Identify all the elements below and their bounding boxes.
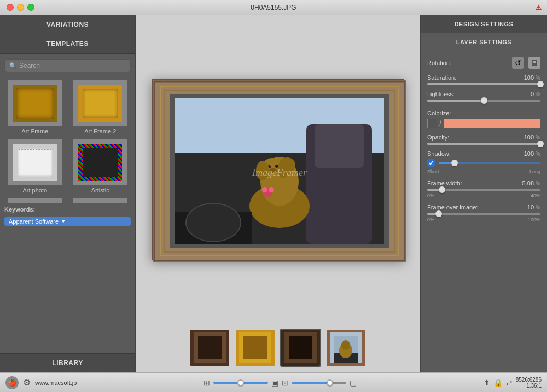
template-art-frame[interactable]: Art Frame xyxy=(4,80,66,134)
main-frame-preview: ImageFramer xyxy=(152,79,404,260)
colorize-controls: / xyxy=(427,119,540,128)
template-classic-art[interactable]: Classic Art xyxy=(70,198,131,203)
transform-icon[interactable]: ⇄ xyxy=(506,378,513,387)
keywords-label: Keywords: xyxy=(0,203,135,215)
frame-over-image-slider-track xyxy=(427,213,540,215)
lock-icon[interactable]: 🔒 xyxy=(493,378,503,387)
template-grid: Art Frame Art Frame 2 Art photo xyxy=(0,78,135,203)
settings-content: Rotation: ↺ Saturation: 100 % xyxy=(421,51,547,372)
shadow-value-display: 100 % xyxy=(524,150,540,157)
rotation-label: Rotation: xyxy=(427,60,508,66)
opacity-label-row: Opacity: 100 % xyxy=(427,134,540,141)
frame-over-image-slider-thumb[interactable] xyxy=(435,210,442,217)
opacity-label: Opacity: xyxy=(427,134,449,141)
gear-icon[interactable]: ⚙ xyxy=(23,377,31,388)
frame-width-value-display: 5.08 % xyxy=(522,180,540,186)
saturation-label-row: Saturation: 100 % xyxy=(427,74,540,81)
minimize-button[interactable] xyxy=(17,4,24,11)
maximize-button[interactable] xyxy=(27,4,34,11)
thumb-1[interactable] xyxy=(189,329,230,367)
shadow-controls xyxy=(427,159,540,167)
color-slash: / xyxy=(439,119,441,128)
frame-width-slider-track xyxy=(427,189,540,191)
close-button[interactable] xyxy=(7,4,14,11)
zoom-slider-right[interactable] xyxy=(292,382,346,384)
template-bamboo[interactable]: Bamboo xyxy=(4,198,66,203)
thumb-2[interactable] xyxy=(235,329,276,367)
template-artistic[interactable]: Artistic xyxy=(70,139,131,194)
template-thumb-art-frame-2 xyxy=(73,80,127,126)
lightness-slider-thumb[interactable] xyxy=(481,97,487,104)
svg-point-18 xyxy=(262,187,267,192)
colorize-dark-swatch[interactable] xyxy=(427,119,437,128)
saturation-value-display: 100 % xyxy=(524,74,540,81)
zoom-slider-thumb-left[interactable] xyxy=(237,379,244,386)
opacity-slider-fill xyxy=(427,143,540,145)
svg-text:ImageFramer: ImageFramer xyxy=(252,167,307,178)
template-art-photo[interactable]: Art photo xyxy=(4,139,66,194)
colorize-peach-swatch[interactable] xyxy=(444,119,540,128)
frame-preview-classic xyxy=(78,203,122,203)
frame-width-range: 0% 40% xyxy=(427,193,540,198)
portrait-icon[interactable] xyxy=(528,57,540,69)
zoom-slider-thumb-right[interactable] xyxy=(327,379,333,386)
template-thumb-art-frame xyxy=(8,80,62,126)
thumb-4[interactable] xyxy=(325,329,366,367)
opacity-slider-thumb[interactable] xyxy=(537,141,544,147)
template-thumb-artistic xyxy=(73,139,127,185)
svg-point-39 xyxy=(341,340,350,350)
apple-icon[interactable]: 🍎 xyxy=(5,376,19,389)
thumb-3[interactable] xyxy=(280,329,321,367)
search-input[interactable] xyxy=(19,62,126,69)
opacity-slider-track xyxy=(427,143,540,145)
lightness-row: Lightness: 0 % xyxy=(427,91,540,104)
canvas-area: ImageFramer xyxy=(136,15,420,323)
thumb-1-svg xyxy=(190,330,229,366)
frame-width-label: Frame width: xyxy=(427,180,462,186)
frame-over-image-value-display: 10 % xyxy=(527,204,540,210)
svg-rect-7 xyxy=(315,124,364,168)
shadow-label: Shadow: xyxy=(427,150,451,157)
shadow-checkbox[interactable] xyxy=(427,159,435,167)
shadow-slider-thumb[interactable] xyxy=(451,160,458,166)
apparent-software-logo xyxy=(0,347,135,353)
tab-layer-settings[interactable]: LAYER SETTINGS xyxy=(421,33,547,51)
center-area: ImageFramer xyxy=(136,15,420,372)
svg-rect-41 xyxy=(533,61,536,63)
template-label-art-frame: Art Frame xyxy=(21,128,48,134)
tab-library[interactable]: LIBRARY xyxy=(0,353,135,372)
rotation-ccw-icon[interactable]: ↺ xyxy=(512,57,524,69)
bottom-bar: 🍎 ⚙ www.macsoft.jp ⊞ ▣ ⊡ ▢ ⬆ 🔒 ⇄ 8526:62… xyxy=(0,372,547,392)
tab-templates[interactable]: TEMPLATES xyxy=(0,34,135,54)
caret-icon: ▼ xyxy=(61,219,66,224)
right-panel: DESIGN SETTINGS LAYER SETTINGS Rotation:… xyxy=(420,15,547,372)
lightness-divider xyxy=(427,104,540,104)
saturation-slider-fill xyxy=(427,83,540,85)
share-icon[interactable]: ⬆ xyxy=(484,378,490,387)
dual-view-icon[interactable]: ⊡ xyxy=(282,378,288,387)
tab-variations[interactable]: VARIATIONS xyxy=(0,15,135,34)
svg-rect-30 xyxy=(243,336,267,359)
opacity-value-display: 100 % xyxy=(524,134,540,141)
template-art-frame-2[interactable]: Art Frame 2 xyxy=(70,80,131,134)
expand-icon[interactable]: ▢ xyxy=(350,378,357,387)
thumbnails-strip xyxy=(178,323,377,372)
frame-over-image-range: 0% 100% xyxy=(427,217,540,223)
zoom-slider-left[interactable] xyxy=(213,382,268,384)
search-bar[interactable]: 🔍 xyxy=(4,59,131,72)
colorize-label: Colorize: xyxy=(427,110,451,116)
grid-view-icon[interactable]: ⊞ xyxy=(203,378,210,387)
saturation-row: Saturation: 100 % xyxy=(427,74,540,85)
window-title: 0H0A5155.JPG xyxy=(251,4,296,11)
template-label-art-photo: Art photo xyxy=(22,187,47,194)
saturation-slider-thumb[interactable] xyxy=(537,81,544,87)
template-thumb-art-photo xyxy=(8,139,62,185)
keyword-tag-apparent[interactable]: Apparent Software ▼ xyxy=(4,217,131,226)
frame-over-image-label-row: Frame over image: 10 % xyxy=(427,204,540,210)
frame-width-slider-thumb[interactable] xyxy=(439,186,445,193)
search-icon: 🔍 xyxy=(9,62,17,69)
lightness-slider-track xyxy=(427,100,540,102)
single-view-icon[interactable]: ▣ xyxy=(271,378,278,387)
tab-design-settings[interactable]: DESIGN SETTINGS xyxy=(421,15,547,33)
bottom-right: ⬆ 🔒 ⇄ 8526:6286 1.36:1 xyxy=(484,377,542,389)
